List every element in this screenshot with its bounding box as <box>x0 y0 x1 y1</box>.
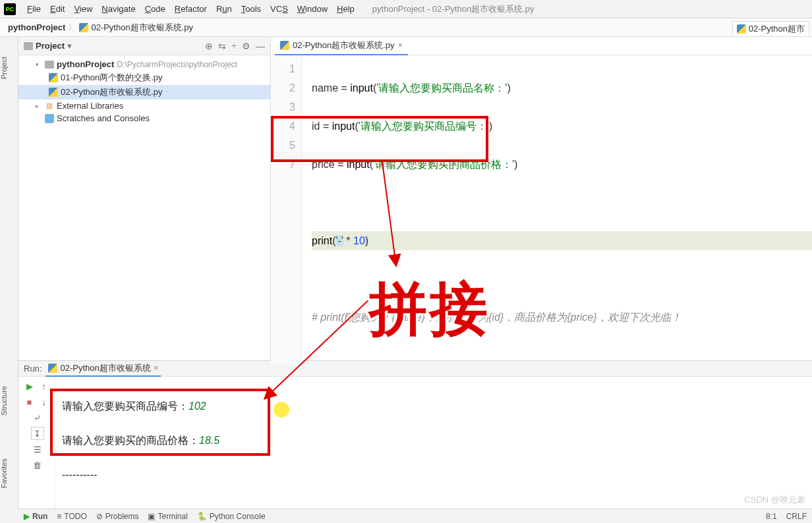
left-tool-strip: Project Structure Favorites <box>0 37 18 509</box>
folder-icon <box>45 61 54 69</box>
close-icon[interactable]: × <box>154 363 159 373</box>
run-tab[interactable]: 02-Python超市收银系统 × <box>45 361 161 377</box>
code-area[interactable]: 1 2 3 4 5 7 name = input('请输入您要购买商品名称：')… <box>271 55 812 365</box>
run-tab-label: 02-Python超市收银系统 <box>60 362 150 374</box>
bc-file-label: 02-Python超市收银系统.py <box>91 22 193 34</box>
tree-file-1-label: 01-Python两个数的交换.py <box>61 72 163 84</box>
bottom-pyconsole[interactable]: 🐍Python Console <box>197 512 266 521</box>
expand-icon[interactable]: ⇆ <box>218 41 226 51</box>
tree-root-path: D:\PycharmProjects\pythonProject <box>117 60 237 69</box>
scratches-icon <box>45 114 54 123</box>
tab-favorites[interactable]: Favorites <box>0 458 8 488</box>
tree-ext-libs-label: External Libraries <box>57 101 123 111</box>
caret-pos: 8:1 <box>766 512 777 521</box>
app-icon: PC <box>4 3 16 15</box>
down-icon[interactable]: ↓ <box>38 395 51 408</box>
python-file-icon <box>48 364 57 373</box>
wrap-icon[interactable]: ⤶ <box>31 411 44 424</box>
menu-file[interactable]: File <box>22 4 45 14</box>
expand-arrow-icon: ▸ <box>36 103 42 109</box>
bottom-problems[interactable]: ⊘Problems <box>96 512 139 521</box>
print-icon[interactable]: ☰ <box>31 443 44 456</box>
bc-sep: 〉 <box>68 22 76 34</box>
python-file-icon <box>737 24 746 34</box>
tab-structure[interactable]: Structure <box>0 386 8 416</box>
python-console-icon: 🐍 <box>197 512 207 521</box>
bottom-todo[interactable]: ≡TODO <box>57 512 86 521</box>
tree-scratches-label: Scratches and Consoles <box>57 113 150 123</box>
run-panel: Run: 02-Python超市收银系统 × ▶ ↑ ■ ↓ ⤶ ↧ ☰ <box>18 360 812 509</box>
menu-vcs[interactable]: VCS <box>266 4 293 14</box>
bottom-terminal[interactable]: ▣Terminal <box>148 512 187 521</box>
bc-project[interactable]: pythonProject <box>8 22 65 32</box>
menu-help[interactable]: Help <box>332 4 359 14</box>
window-title: pythonProject - 02-Python超市收银系统.py <box>372 3 535 15</box>
annotation-text: 拼接 <box>369 270 490 348</box>
menu-tools[interactable]: Tools <box>237 4 266 14</box>
menu-run[interactable]: Run <box>212 4 237 14</box>
project-panel-title: Project <box>36 41 65 51</box>
editor-tabs: 02-Python超市收银系统.py × <box>271 37 812 55</box>
line-ending: CRLF <box>786 512 807 521</box>
library-icon: ▥ <box>45 101 54 111</box>
python-file-icon <box>49 88 58 97</box>
tree-file-2[interactable]: 02-Python超市收银系统.py <box>18 85 270 99</box>
gear-icon[interactable]: ⚙ <box>242 41 250 51</box>
right-tab[interactable]: 02-Python超市 <box>732 21 809 37</box>
close-icon[interactable]: × <box>398 40 403 50</box>
stop-icon[interactable]: ■ <box>23 395 36 408</box>
line-no: 4 <box>271 117 295 136</box>
editor-tab-label: 02-Python超市收银系统.py <box>293 40 395 51</box>
run-toolbar: ▶ ↑ ■ ↓ ⤶ ↧ ☰ 🗑 <box>18 377 55 523</box>
target-icon[interactable]: ⊕ <box>205 41 213 51</box>
hide-icon[interactable]: — <box>256 41 265 51</box>
menu-view[interactable]: View <box>69 4 97 14</box>
bottom-bar: ▶Run ≡TODO ⊘Problems ▣Terminal 🐍Python C… <box>18 509 812 523</box>
menu-code[interactable]: Code <box>140 4 170 14</box>
tree-scratches[interactable]: Scratches and Consoles <box>18 112 270 124</box>
run-label: Run: <box>24 364 42 373</box>
line-no: 2 <box>271 78 295 97</box>
menu-window[interactable]: Window <box>293 4 332 14</box>
folder-icon <box>24 42 33 50</box>
tree-body: ▾ pythonProject D:\PycharmProjects\pytho… <box>18 55 270 360</box>
run-console[interactable]: 请输入您要购买商品编号：102 请输入您要购买的商品价格：18.5 ------… <box>55 377 812 523</box>
trash-icon[interactable]: 🗑 <box>31 458 44 472</box>
line-no: 3 <box>271 97 295 117</box>
project-tree: Project ▾ ⊕ ⇆ ÷ ⚙ — ▾ pythonProject D:\P… <box>18 37 271 360</box>
gutter: 1 2 3 4 5 7 <box>271 55 303 365</box>
bottom-run[interactable]: ▶Run <box>24 512 47 521</box>
rerun-icon[interactable]: ▶ <box>23 379 36 393</box>
tree-root-label: pythonProject <box>57 59 114 69</box>
terminal-icon: ▣ <box>148 512 155 521</box>
tab-project[interactable]: Project <box>0 57 8 79</box>
menu-edit[interactable]: Edit <box>45 4 69 14</box>
right-tab-label: 02-Python超市 <box>749 23 805 35</box>
line-no: 5 <box>271 136 295 155</box>
python-file-icon <box>280 41 289 50</box>
todo-icon: ≡ <box>57 512 61 521</box>
tree-file-1[interactable]: 01-Python两个数的交换.py <box>18 70 270 85</box>
bc-file[interactable]: 02-Python超市收银系统.py <box>79 22 193 34</box>
line-no: 1 <box>271 59 295 78</box>
menu-bar: PC File Edit View Navigate Code Refactor… <box>0 0 812 18</box>
python-file-icon <box>49 73 58 82</box>
tree-file-2-label: 02-Python超市收银系统.py <box>61 86 163 98</box>
menu-refactor[interactable]: Refactor <box>170 4 212 14</box>
collapse-icon[interactable]: ÷ <box>231 41 237 51</box>
expand-arrow-icon: ▾ <box>36 61 42 68</box>
watermark: CSDN @唯元素 <box>744 494 805 506</box>
scroll-icon[interactable]: ↧ <box>31 427 44 440</box>
problems-icon: ⊘ <box>96 512 103 521</box>
tree-ext-libs[interactable]: ▸ ▥ External Libraries <box>18 99 270 112</box>
cursor-highlight <box>274 402 289 418</box>
up-icon[interactable]: ↑ <box>38 379 51 393</box>
project-panel-header: Project ▾ ⊕ ⇆ ÷ ⚙ — <box>18 37 270 55</box>
dropdown-icon[interactable]: ▾ <box>67 41 72 51</box>
breadcrumb: pythonProject 〉 02-Python超市收银系统.py <box>0 18 812 37</box>
menu-navigate[interactable]: Navigate <box>97 4 140 14</box>
line-no: 7 <box>271 155 295 174</box>
editor: 02-Python超市收银系统.py × 1 2 3 4 5 7 name = … <box>271 37 812 360</box>
editor-tab[interactable]: 02-Python超市收银系统.py × <box>275 37 408 55</box>
tree-root[interactable]: ▾ pythonProject D:\PycharmProjects\pytho… <box>18 58 270 70</box>
